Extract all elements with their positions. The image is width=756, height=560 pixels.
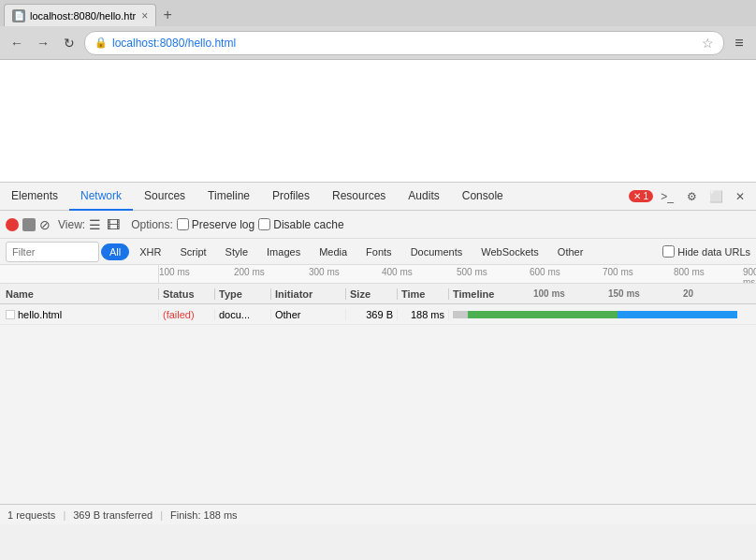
header-status[interactable]: Status <box>159 288 215 300</box>
options-label: Options: <box>131 218 173 231</box>
devtools-tab-audits[interactable]: Audits <box>397 183 450 211</box>
forward-button[interactable]: → <box>32 32 54 54</box>
filter-script-button[interactable]: Script <box>171 243 214 260</box>
ruler-mark-200ms: 200 ms <box>234 265 265 277</box>
filter-input[interactable] <box>6 242 99 262</box>
ruler-mark-600ms: 600 ms <box>530 265 560 277</box>
tl-header-150ms: 150 ms <box>608 288 640 299</box>
ruler-mark-400ms: 400 ms <box>382 265 413 277</box>
row-file-name: hello.html <box>18 309 62 320</box>
settings-icon-button[interactable]: ⚙ <box>681 186 702 207</box>
devtools-tabs: Elements Network Sources Timeline Profil… <box>0 183 623 211</box>
address-lock-icon: 🔒 <box>94 37 108 49</box>
screenshot-view-icon[interactable]: 🎞 <box>107 217 120 232</box>
record-button[interactable] <box>6 218 19 231</box>
tab-favicon: 📄 <box>12 9 25 22</box>
browser-chrome: 📄 localhost:8080/hello.htr × + ← → ↻ 🔒 l… <box>0 0 756 60</box>
tl-header-20: 20 <box>683 288 693 299</box>
close-devtools-button[interactable]: ✕ <box>730 186 750 207</box>
error-badge: ✕ 1 <box>629 190 653 202</box>
timeline-bar-container <box>453 308 752 321</box>
ruler-mark-500ms: 500 ms <box>457 265 487 277</box>
browser-menu-button[interactable]: ≡ <box>728 32 750 54</box>
devtools-tab-timeline[interactable]: Timeline <box>196 183 261 211</box>
ruler-right: 100 ms 200 ms 300 ms 400 ms 500 ms 600 m… <box>159 265 756 283</box>
filter-websockets-button[interactable]: WebSockets <box>472 243 547 260</box>
hide-data-urls-text: Hide data URLs <box>677 246 750 258</box>
filter-style-button[interactable]: Style <box>217 243 256 260</box>
hide-data-urls-checkbox[interactable] <box>662 245 675 258</box>
tab-close-button[interactable]: × <box>141 9 148 22</box>
bar-waiting <box>453 311 468 318</box>
address-url: localhost:8080/hello.html <box>112 37 697 50</box>
devtools-tab-network[interactable]: Network <box>69 183 133 211</box>
filter-all-button[interactable]: All <box>101 243 129 260</box>
filter-images-button[interactable]: Images <box>258 243 309 260</box>
header-type[interactable]: Type <box>215 288 271 300</box>
bar-ssl <box>618 311 737 318</box>
bar-receiving <box>468 311 618 318</box>
preserve-log-checkbox-group[interactable]: Preserve log <box>177 218 254 231</box>
browser-tab[interactable]: 📄 localhost:8080/hello.htr × <box>4 4 156 26</box>
status-divider-1: | <box>63 509 65 521</box>
devtools-panel: Elements Network Sources Timeline Profil… <box>0 182 756 524</box>
status-divider-2: | <box>160 509 163 521</box>
tab-title: localhost:8080/hello.htr <box>30 10 136 22</box>
list-view-icon[interactable]: ☰ <box>89 217 101 232</box>
filter-fonts-button[interactable]: Fonts <box>357 243 400 260</box>
clear-button[interactable] <box>22 218 36 231</box>
preserve-log-checkbox[interactable] <box>177 218 189 230</box>
devtools-tab-resources[interactable]: Resources <box>321 183 397 211</box>
address-bar[interactable]: 🔒 localhost:8080/hello.html ☆ <box>84 31 724 55</box>
filter-other-button[interactable]: Other <box>549 243 592 260</box>
header-timeline: Timeline 100 ms 150 ms 20 <box>449 288 756 300</box>
devtools-tab-sources[interactable]: Sources <box>133 183 196 211</box>
row-name-cell: hello.html <box>0 309 159 320</box>
row-status-cell: (failed) <box>159 309 215 320</box>
preserve-log-label: Preserve log <box>192 218 254 231</box>
reload-button[interactable]: ↻ <box>58 32 80 54</box>
network-table: Name Status Type Initiator Size Time Tim… <box>0 284 756 504</box>
status-transferred: 369 B transferred <box>73 509 153 521</box>
disable-cache-checkbox[interactable] <box>258 218 270 230</box>
table-body: hello.html (failed) docu... Other 369 B … <box>0 304 756 504</box>
layout-icon-button[interactable]: ⬜ <box>705 186 726 207</box>
disable-cache-checkbox-group[interactable]: Disable cache <box>258 218 343 231</box>
bookmark-icon[interactable]: ☆ <box>702 36 714 51</box>
row-time-cell: 188 ms <box>398 309 449 320</box>
header-size[interactable]: Size <box>346 288 398 300</box>
ruler-mark-900ms: 900 ms <box>743 265 756 284</box>
table-row[interactable]: hello.html (failed) docu... Other 369 B … <box>0 304 756 325</box>
terminal-button[interactable]: >_ <box>657 186 677 207</box>
network-toolbar: ⊘ View: ☰ 🎞 Options: Preserve log Disabl… <box>0 211 756 239</box>
header-time[interactable]: Time <box>398 288 449 300</box>
filter-xhr-button[interactable]: XHR <box>131 243 169 260</box>
ruler-mark-700ms: 700 ms <box>603 265 633 277</box>
status-requests: 1 requests <box>7 509 55 521</box>
row-type-cell: docu... <box>215 309 271 320</box>
header-name[interactable]: Name <box>0 288 159 300</box>
table-header: Name Status Type Initiator Size Time Tim… <box>0 284 756 304</box>
hide-data-urls-label[interactable]: Hide data URLs <box>662 245 750 258</box>
devtools-tab-console[interactable]: Console <box>451 183 515 211</box>
filter-icon-button[interactable]: ⊘ <box>39 217 51 232</box>
devtools-topbar-right: ✕ 1 >_ ⚙ ⬜ ✕ <box>623 186 756 207</box>
error-x-icon: ✕ <box>633 191 641 201</box>
timeline-ruler: 100 ms 200 ms 300 ms 400 ms 500 ms 600 m… <box>0 265 756 284</box>
row-initiator-cell: Other <box>271 309 346 320</box>
error-count: 1 <box>643 191 648 201</box>
devtools-tab-profiles[interactable]: Profiles <box>261 183 321 211</box>
ruler-mark-100ms: 100 ms <box>159 265 190 277</box>
header-initiator[interactable]: Initiator <box>271 288 346 300</box>
ruler-left <box>0 265 159 283</box>
devtools-topbar: Elements Network Sources Timeline Profil… <box>0 183 756 211</box>
ruler-mark-300ms: 300 ms <box>309 265 340 277</box>
new-tab-button[interactable]: + <box>156 4 179 26</box>
ruler-mark-800ms: 800 ms <box>674 265 705 277</box>
filter-documents-button[interactable]: Documents <box>402 243 472 260</box>
page-content <box>0 60 756 182</box>
filter-media-button[interactable]: Media <box>311 243 356 260</box>
back-button[interactable]: ← <box>6 32 28 54</box>
devtools-tab-elements[interactable]: Elements <box>0 183 69 211</box>
nav-bar: ← → ↻ 🔒 localhost:8080/hello.html ☆ ≡ <box>0 26 756 60</box>
